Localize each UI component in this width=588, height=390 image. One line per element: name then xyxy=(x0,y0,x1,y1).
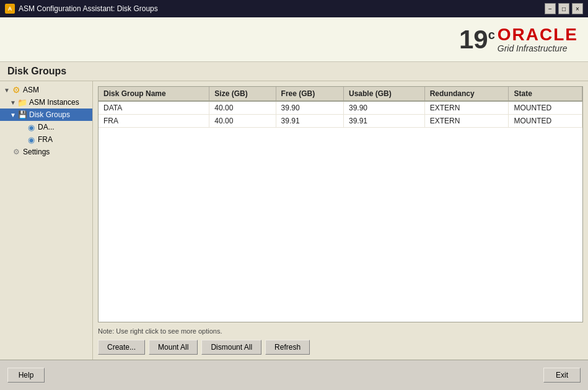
window-controls[interactable]: − □ × xyxy=(545,3,583,14)
main-panel: Disk Group Name Size (GB) Free (GB) Usab… xyxy=(93,81,588,360)
sidebar-item-asm[interactable]: ▼ ⚙ ASM xyxy=(0,84,92,96)
cell-name: DATA xyxy=(99,101,209,115)
note-text: Note: Use right click to see more option… xyxy=(98,326,583,336)
page-title-bar: Disk Groups xyxy=(0,62,588,81)
asm-icon: ⚙ xyxy=(11,85,21,95)
create-button[interactable]: Create... xyxy=(98,340,145,355)
help-button[interactable]: Help xyxy=(7,368,45,383)
col-header-free: Free (GB) xyxy=(276,87,343,101)
col-header-usable: Usable (GB) xyxy=(343,87,424,101)
dismount-all-button[interactable]: Dismount All xyxy=(201,340,261,355)
main-content: ▼ ⚙ ASM ▼ 📁 ASM Instances ▼ 💾 Disk Group… xyxy=(0,81,588,360)
app-icon: A xyxy=(5,4,15,14)
sidebar: ▼ ⚙ ASM ▼ 📁 ASM Instances ▼ 💾 Disk Group… xyxy=(0,81,93,360)
sidebar-label-fra: FRA xyxy=(38,135,53,144)
cell-state: MOUNTED xyxy=(509,115,582,128)
cell-size: 40.00 xyxy=(209,101,276,115)
table-row[interactable]: FRA40.0039.9139.91EXTERNMOUNTED xyxy=(99,115,582,128)
title-bar-left: A ASM Configuration Assistant: Disk Grou… xyxy=(5,4,158,14)
cell-state: MOUNTED xyxy=(509,101,582,115)
oracle-logo-text: ORACLE Grid Infrastructure xyxy=(498,26,578,53)
table-header-row: Disk Group Name Size (GB) Free (GB) Usab… xyxy=(99,87,582,101)
mount-all-button[interactable]: Mount All xyxy=(149,340,198,355)
table-row[interactable]: DATA40.0039.9039.90EXTERNMOUNTED xyxy=(99,101,582,115)
version-number: 19c xyxy=(459,27,495,53)
fra-icon: ◉ xyxy=(26,135,36,144)
cell-size: 40.00 xyxy=(209,115,276,128)
oracle-subtitle: Grid Infrastructure xyxy=(498,43,568,53)
disk-groups-table-container: Disk Group Name Size (GB) Free (GB) Usab… xyxy=(98,86,583,322)
cell-redundancy: EXTERN xyxy=(424,101,509,115)
refresh-button[interactable]: Refresh xyxy=(265,340,310,355)
maximize-button[interactable]: □ xyxy=(558,3,569,14)
sidebar-item-disk-groups[interactable]: ▼ 💾 Disk Groups xyxy=(0,109,92,121)
cell-free: 39.90 xyxy=(276,101,343,115)
page-title: Disk Groups xyxy=(7,66,66,76)
sidebar-item-settings[interactable]: ⚙ Settings xyxy=(0,146,92,158)
sidebar-item-da[interactable]: ◉ DA... xyxy=(0,121,92,133)
bottom-bar: Help Exit xyxy=(0,360,588,389)
disk-groups-table: Disk Group Name Size (GB) Free (GB) Usab… xyxy=(99,87,582,128)
cell-usable: 39.90 xyxy=(343,101,424,115)
col-header-size: Size (GB) xyxy=(209,87,276,101)
sidebar-label-da: DA... xyxy=(38,123,55,131)
oracle-header: 19c ORACLE Grid Infrastructure xyxy=(0,17,588,62)
button-row: Create... Mount All Dismount All Refresh xyxy=(98,340,583,355)
minimize-button[interactable]: − xyxy=(545,3,556,14)
cell-free: 39.91 xyxy=(276,115,343,128)
disk-groups-icon: 💾 xyxy=(17,110,27,120)
window-title: ASM Configuration Assistant: Disk Groups xyxy=(19,4,158,13)
oracle-name: ORACLE xyxy=(498,26,578,43)
cell-redundancy: EXTERN xyxy=(424,115,509,128)
sidebar-item-fra[interactable]: ◉ FRA xyxy=(0,133,92,146)
settings-icon: ⚙ xyxy=(11,147,21,157)
sidebar-label-settings: Settings xyxy=(23,148,50,156)
sidebar-label-asm-instances: ASM Instances xyxy=(29,98,79,107)
sidebar-label-asm: ASM xyxy=(23,86,39,94)
oracle-brand: 19c ORACLE Grid Infrastructure xyxy=(459,26,578,53)
sidebar-label-disk-groups: Disk Groups xyxy=(29,110,70,119)
cell-usable: 39.91 xyxy=(343,115,424,128)
sidebar-item-asm-instances[interactable]: ▼ 📁 ASM Instances xyxy=(0,96,92,109)
cell-name: FRA xyxy=(99,115,209,128)
col-header-state: State xyxy=(509,87,582,101)
close-button[interactable]: × xyxy=(572,3,583,14)
col-header-name: Disk Group Name xyxy=(99,87,209,101)
da-icon: ◉ xyxy=(26,122,36,132)
folder-icon: 📁 xyxy=(17,97,27,107)
col-header-redundancy: Redundancy xyxy=(424,87,509,101)
exit-button[interactable]: Exit xyxy=(543,368,581,383)
title-bar: A ASM Configuration Assistant: Disk Grou… xyxy=(0,0,588,17)
